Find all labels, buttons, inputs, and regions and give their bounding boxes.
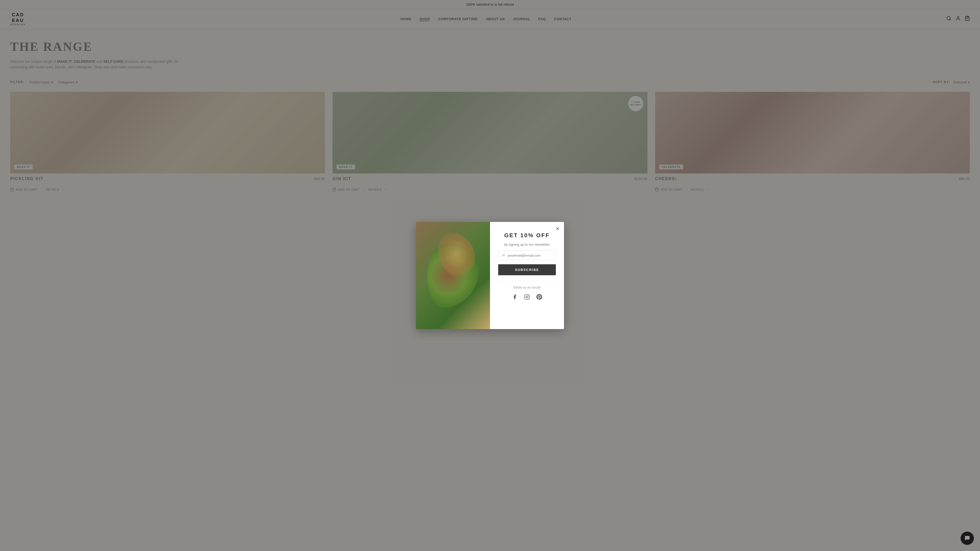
modal-overlay[interactable]: GET 10% OFF by signing up to our newslet… <box>0 0 980 206</box>
